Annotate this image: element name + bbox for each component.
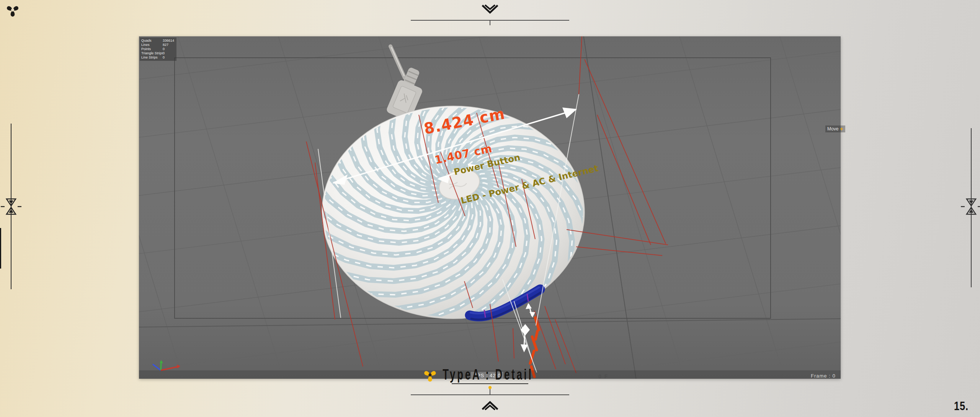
page-title: TypeA : Detail <box>443 367 533 383</box>
top-ruler-tick <box>490 20 490 25</box>
mesh-stats-box: Quads336614 Lines827 Points0 Triangle St… <box>140 37 176 61</box>
3d-viewport[interactable]: Quads336614 Lines827 Points0 Triangle St… <box>139 36 841 379</box>
section-mark-right-icon <box>960 197 980 216</box>
title-underline <box>452 383 528 384</box>
bottom-ruler-line <box>411 394 569 395</box>
trefoil-caption-icon <box>423 368 437 382</box>
chevron-up-icon <box>481 398 499 410</box>
stat-row: Points0 <box>141 47 175 51</box>
bottom-ruler-tick <box>490 389 490 394</box>
move-tool-chip[interactable]: Move + <box>825 125 845 132</box>
frame-counter: 0 F <box>598 373 608 380</box>
left-edge-mark <box>0 228 1 269</box>
stat-row: Triangle Strips0 <box>141 51 175 55</box>
viewport-canvas <box>139 36 841 379</box>
yellow-dot-marker <box>488 386 492 389</box>
page-number: 15. <box>954 399 969 413</box>
caption: TypeA : Detail <box>423 367 575 383</box>
sphere-model <box>290 39 628 329</box>
move-tool-label: Move <box>827 126 838 132</box>
stat-row: Line Strips0 <box>141 55 175 60</box>
plus-icon: + <box>840 127 843 131</box>
stat-row: Quads336614 <box>141 39 175 43</box>
stat-row: Lines827 <box>141 43 175 47</box>
section-mark-left-icon <box>0 197 22 216</box>
frame-number: Frame : 0 <box>811 373 836 379</box>
trefoil-logo-icon <box>6 3 19 17</box>
chevron-down-icon <box>481 5 499 16</box>
